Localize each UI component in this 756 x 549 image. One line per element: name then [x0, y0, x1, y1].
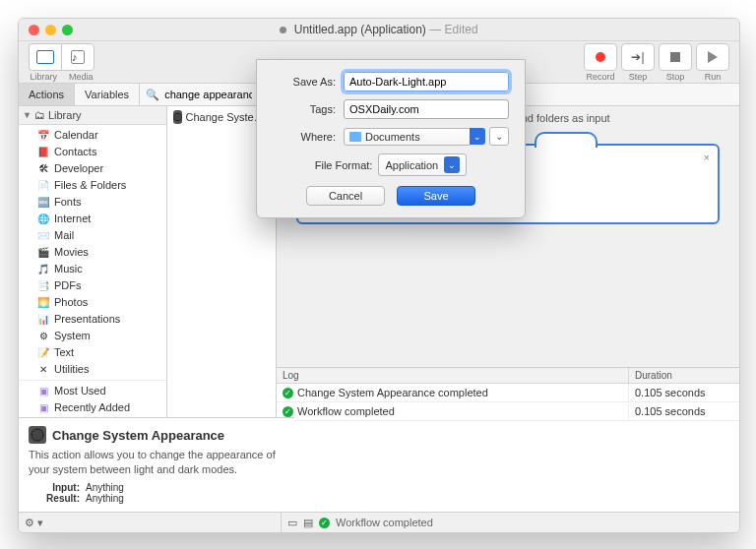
minimize-icon[interactable] [45, 25, 56, 35]
sidebar-item-icon: 📄 [36, 180, 50, 192]
close-icon[interactable] [29, 25, 39, 35]
sidebar-item[interactable]: 🌅Photos [19, 294, 166, 311]
search-input[interactable] [162, 88, 254, 101]
cancel-button[interactable]: Cancel [306, 186, 385, 206]
folder-icon [349, 132, 361, 142]
where-select[interactable]: Documents [344, 128, 472, 146]
sidebar-item-icon: 📕 [36, 147, 50, 158]
smart-folder-icon: ▣ [36, 402, 50, 414]
appearance-action-icon [173, 110, 182, 124]
info-result-value: Anything [86, 493, 124, 504]
save-button[interactable]: Save [397, 186, 475, 206]
sidebar-item-icon: 📝 [36, 347, 50, 359]
tab-actions[interactable]: Actions [19, 84, 75, 105]
sidebar-item-icon: 🔤 [36, 197, 50, 209]
info-input-label: Input: [29, 482, 80, 493]
sidebar-smart-folder[interactable]: ▣Recently Added [19, 399, 166, 416]
titlebar: Untitled.app (Application) — Edited [19, 19, 739, 41]
library-button[interactable] [29, 43, 61, 71]
bottom-bar: ⚙ ▾ ▭ ▤ ✓ Workflow completed [19, 512, 739, 532]
log-msg: Workflow completed [297, 405, 395, 417]
log-panel: Log Duration ✓Change System Appearance c… [277, 367, 739, 512]
sidebar-item[interactable]: ✉️Mail [19, 227, 166, 244]
save-as-input[interactable] [344, 72, 509, 92]
zoom-icon[interactable] [62, 25, 73, 35]
bottom-left: ⚙ ▾ [25, 513, 282, 532]
record-icon [596, 52, 605, 62]
sidebar-item-label: Recently Added [54, 400, 130, 415]
info-title: Change System Appearance [29, 426, 284, 444]
sidebar-item[interactable]: 🌐Internet [19, 211, 166, 227]
run-button[interactable] [696, 43, 729, 71]
sidebar-item[interactable]: 🔤Fonts [19, 194, 166, 211]
status-check-icon: ✓ [319, 518, 330, 528]
sidebar-item-label: Text [54, 345, 74, 360]
log-row: ✓Workflow completed0.105 seconds [277, 402, 739, 421]
where-value: Documents [365, 131, 420, 143]
sidebar-item-label: PDFs [54, 278, 82, 293]
sidebar-item-icon: 🌅 [36, 297, 50, 309]
sidebar-item-label: System [54, 329, 91, 343]
stop-button[interactable] [659, 43, 692, 71]
gear-icon [29, 426, 46, 444]
tags-input[interactable] [344, 99, 509, 119]
sidebar-item[interactable]: 📝Text [19, 344, 166, 361]
check-icon: ✓ [283, 406, 293, 417]
file-format-select[interactable]: Application ⌄ [378, 153, 467, 176]
log-header: Log Duration [277, 368, 739, 384]
sidebar-item[interactable]: 📅Calendar [19, 127, 166, 144]
window-title: Untitled.app (Application) — Edited [280, 23, 477, 36]
title-type: (Application) [360, 23, 426, 36]
results-toggle-icon[interactable]: ▭ [287, 517, 297, 529]
library-stack-icon: 🗂 [34, 109, 45, 121]
sidebar-header-label: Library [48, 109, 82, 121]
sidebar-item[interactable]: ⚙System [19, 328, 166, 344]
log-head-msg: Log [277, 368, 628, 383]
tab-variables[interactable]: Variables [75, 84, 140, 105]
close-step-icon[interactable]: × [704, 152, 710, 163]
sidebar-item[interactable]: ✕Utilities [19, 361, 166, 378]
sidebar-item-label: Fonts [54, 195, 82, 210]
disclosure-icon: ▼ [23, 110, 32, 120]
record-label: Record [586, 72, 614, 82]
sidebar-smart-folder[interactable]: ▣Most Used [19, 383, 166, 399]
step-button[interactable]: ➔| [621, 43, 655, 71]
log-toggle-icon[interactable]: ▤ [303, 517, 313, 529]
sidebar-item[interactable]: 📊Presentations [19, 311, 166, 328]
save-as-label: Save As: [273, 76, 336, 88]
sidebar-item-label: Contacts [54, 145, 96, 159]
sidebar-library-header[interactable]: ▼ 🗂 Library [19, 106, 166, 125]
log-duration: 0.105 seconds [628, 402, 739, 420]
title-status: — Edited [429, 23, 477, 36]
sidebar-item-icon: 🎬 [36, 247, 50, 259]
gear-menu-icon[interactable]: ⚙ ▾ [25, 517, 43, 529]
sidebar-item-label: Developer [54, 161, 103, 176]
media-icon: ♪ [71, 50, 85, 64]
sidebar-item-icon: 🌐 [36, 214, 50, 225]
play-icon [708, 51, 718, 63]
file-format-label: File Format: [315, 159, 373, 171]
search-field-wrap: 🔍 [140, 84, 260, 105]
record-button[interactable] [584, 43, 617, 71]
action-info-panel: Change System Appearance This action all… [19, 417, 294, 512]
expand-button[interactable]: ⌄ [489, 127, 509, 146]
where-dropdown-icon[interactable]: ⌄ [470, 128, 485, 145]
sidebar-item-icon: 🎵 [36, 264, 50, 275]
info-title-text: Change System Appearance [52, 428, 224, 443]
media-button[interactable]: ♪ [61, 43, 94, 71]
tags-label: Tags: [273, 103, 336, 115]
sidebar-item[interactable]: 🛠Developer [19, 160, 166, 177]
sidebar-item-label: Photos [54, 295, 88, 310]
sidebar-item[interactable]: 📄Files & Folders [19, 177, 166, 194]
format-dropdown-icon[interactable]: ⌄ [444, 156, 460, 173]
log-row: ✓Change System Appearance completed0.105… [277, 384, 739, 402]
automator-window: Untitled.app (Application) — Edited ♪ Li… [18, 18, 740, 533]
sidebar-item[interactable]: 🎬Movies [19, 244, 166, 261]
info-description: This action allows you to change the app… [29, 448, 284, 476]
info-input-value: Anything [86, 482, 124, 493]
sidebar-item-label: Most Used [54, 384, 106, 398]
sidebar-item[interactable]: 📕Contacts [19, 144, 166, 160]
sidebar-item[interactable]: 🎵Music [19, 261, 166, 277]
sidebar-item[interactable]: 📑PDFs [19, 277, 166, 294]
sidebar-item-label: Music [54, 262, 83, 276]
